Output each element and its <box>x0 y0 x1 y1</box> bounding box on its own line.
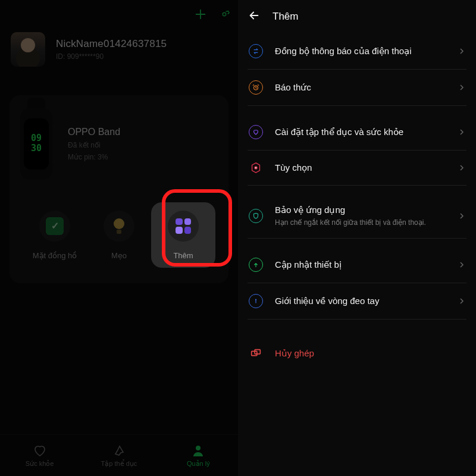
watch-time-hours: 09 <box>31 134 42 143</box>
manage-screen: NickName01424637815 ID: 909******90 09 3… <box>0 0 238 476</box>
bottom-tabbar: Sức khỏe Tập thể dục Quản lý <box>0 434 238 476</box>
tile-more[interactable]: Thêm <box>151 202 215 268</box>
row-update-device[interactable]: Cập nhật thiết bị <box>248 247 466 283</box>
profile-header[interactable]: NickName01424637815 ID: 909******90 <box>0 29 238 79</box>
top-toolbar <box>0 0 238 29</box>
header: Thêm <box>238 0 476 33</box>
chevron-right-icon <box>457 260 466 270</box>
settings-icon[interactable] <box>218 8 231 21</box>
chevron-right-icon <box>457 211 466 221</box>
band-image: 09 30 <box>20 108 52 180</box>
options-icon <box>248 161 264 174</box>
row-app-protection[interactable]: Bảo vệ ứng dụng Hạn chế ngắt kết nối giữ… <box>248 194 466 239</box>
chevron-right-icon <box>457 83 466 92</box>
sync-icon <box>249 44 263 58</box>
page-title: Thêm <box>273 11 298 23</box>
grid-icon <box>168 211 199 242</box>
chevron-right-icon <box>457 46 466 56</box>
device-battery: Mức pin: 3% <box>68 153 120 161</box>
tile-tips-label: Mẹo <box>111 251 127 260</box>
row-fitness-settings[interactable]: Cài đặt tập thể dục và sức khỏe <box>248 114 466 151</box>
settings-list: Đồng bộ thông báo của điện thoại Báo thứ… <box>238 33 476 371</box>
row-label: Báo thức <box>275 82 446 93</box>
tab-fitness[interactable]: Tập thể dục <box>79 435 158 476</box>
row-about-band[interactable]: Giới thiệu về vòng đeo tay <box>248 283 466 320</box>
row-label: Đồng bộ thông báo của điện thoại <box>275 46 446 57</box>
svg-point-1 <box>196 446 201 450</box>
tab-health-label: Sức khỏe <box>26 460 54 468</box>
tile-watchface-label: Mặt đồng hồ <box>33 251 77 260</box>
device-name: OPPO Band <box>68 127 120 137</box>
bulb-icon <box>104 211 134 242</box>
tab-manage[interactable]: Quản lý <box>159 435 238 476</box>
alarm-icon <box>249 80 263 95</box>
row-sync-notifications[interactable]: Đồng bộ thông báo của điện thoại <box>248 33 466 70</box>
watch-time-mins: 30 <box>31 144 42 153</box>
info-icon <box>249 294 263 308</box>
user-id: ID: 909******90 <box>56 52 167 61</box>
heart-icon <box>249 125 263 139</box>
shield-icon <box>249 209 263 223</box>
row-label: Cập nhật thiết bị <box>275 259 446 270</box>
device-card[interactable]: 09 30 OPPO Band Đã kết nối Mức pin: 3% M… <box>10 95 228 283</box>
row-label: Hủy ghép <box>275 348 466 359</box>
back-button[interactable] <box>248 9 261 24</box>
add-icon[interactable] <box>194 8 207 21</box>
row-options[interactable]: Tùy chọn <box>248 151 466 186</box>
tab-fitness-label: Tập thể dục <box>101 460 137 468</box>
tab-health[interactable]: Sức khỏe <box>0 435 79 476</box>
tab-manage-label: Quản lý <box>187 460 210 468</box>
svg-point-4 <box>255 299 256 300</box>
svg-rect-6 <box>255 350 260 354</box>
row-label: Tùy chọn <box>275 162 446 173</box>
row-sublabel: Hạn chế ngắt kết nối giữa thiết bị và đi… <box>275 218 446 227</box>
svg-point-3 <box>255 167 257 169</box>
watchface-icon <box>39 211 70 242</box>
avatar <box>11 32 45 67</box>
more-settings-screen: Thêm Đồng bộ thông báo của điện thoại Bá… <box>238 0 476 476</box>
chevron-right-icon <box>457 127 466 137</box>
tile-watchface[interactable]: Mặt đồng hồ <box>23 202 87 268</box>
row-alarm[interactable]: Báo thức <box>248 70 466 106</box>
svg-rect-5 <box>252 352 257 356</box>
nickname: NickName01424637815 <box>56 38 167 50</box>
tile-tips[interactable]: Mẹo <box>87 202 151 268</box>
tile-more-label: Thêm <box>173 251 193 260</box>
svg-point-0 <box>223 12 226 16</box>
row-label: Bảo vệ ứng dụng <box>275 205 446 215</box>
row-label: Giới thiệu về vòng đeo tay <box>275 296 446 306</box>
row-label: Cài đặt tập thể dục và sức khỏe <box>275 127 446 137</box>
device-status: Đã kết nối <box>68 141 120 149</box>
chevron-right-icon <box>457 163 466 173</box>
chevron-right-icon <box>457 296 466 306</box>
unpair-icon <box>248 347 264 360</box>
row-unpair[interactable]: Hủy ghép <box>248 336 466 371</box>
update-icon <box>249 258 263 272</box>
